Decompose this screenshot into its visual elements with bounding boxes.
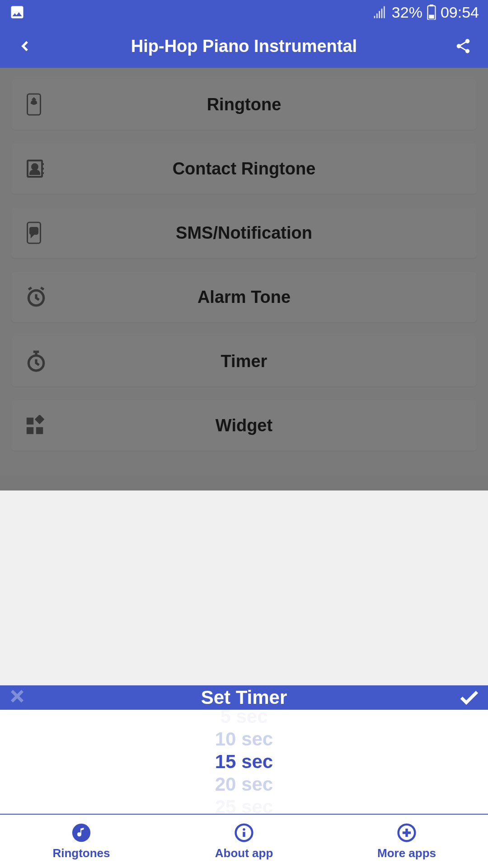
- nav-label: More apps: [377, 846, 436, 860]
- close-icon: [8, 687, 26, 705]
- image-icon: [9, 4, 25, 20]
- app-bar: Hip-Hop Piano Instrumental: [0, 24, 488, 68]
- option-contact-ringtone[interactable]: Contact Ringtone: [11, 143, 477, 194]
- nav-label: About app: [215, 846, 273, 860]
- timer-title: Set Timer: [31, 687, 457, 708]
- signal-icon: [373, 5, 387, 19]
- info-icon: [234, 823, 254, 843]
- option-label: Timer: [25, 352, 463, 371]
- option-widget[interactable]: Widget: [11, 400, 477, 451]
- status-left: [9, 4, 25, 20]
- confirm-button[interactable]: [457, 687, 480, 708]
- timer-picker[interactable]: 5 sec 10 sec 15 sec 20 sec 25 sec: [0, 710, 488, 814]
- option-label: Widget: [25, 416, 463, 435]
- option-label: SMS/Notification: [25, 223, 463, 243]
- back-button[interactable]: [14, 37, 36, 55]
- nav-about-app[interactable]: About app: [163, 815, 325, 868]
- timer-option[interactable]: 20 sec: [215, 773, 273, 796]
- nav-label: Ringtones: [52, 846, 110, 860]
- option-label: Alarm Tone: [25, 288, 463, 307]
- content-area: Ringtone Contact Ringtone: [0, 68, 488, 476]
- battery-percent: 32%: [392, 4, 422, 21]
- close-button[interactable]: [8, 685, 31, 710]
- option-sms-notification[interactable]: SMS/Notification: [11, 208, 477, 258]
- status-bar: 32% 09:54: [0, 0, 488, 24]
- page-title: Hip-Hop Piano Instrumental: [36, 37, 452, 56]
- timer-option[interactable]: 25 sec: [215, 796, 273, 814]
- option-ringtone[interactable]: Ringtone: [11, 79, 477, 130]
- share-button[interactable]: [452, 38, 474, 55]
- option-alarm-tone[interactable]: Alarm Tone: [11, 272, 477, 322]
- option-label: Contact Ringtone: [25, 159, 463, 179]
- option-timer[interactable]: Timer: [11, 336, 477, 387]
- music-note-icon: [71, 823, 91, 843]
- battery-icon: [427, 5, 436, 20]
- option-label: Ringtone: [25, 95, 463, 114]
- plus-icon: [397, 823, 417, 843]
- nav-more-apps[interactable]: More apps: [325, 815, 488, 868]
- svg-rect-2: [429, 15, 434, 19]
- timer-option-selected[interactable]: 15 sec: [215, 750, 273, 773]
- nav-ringtones[interactable]: Ringtones: [0, 815, 163, 868]
- share-icon: [455, 38, 472, 55]
- status-time: 09:54: [441, 4, 479, 21]
- bottom-nav: Ringtones About app More apps: [0, 814, 488, 868]
- timer-option[interactable]: 10 sec: [215, 728, 273, 750]
- svg-rect-1: [430, 5, 434, 6]
- chevron-left-icon: [16, 37, 34, 55]
- timer-option[interactable]: 5 sec: [220, 710, 267, 728]
- check-icon: [458, 687, 480, 708]
- status-right: 32% 09:54: [373, 4, 479, 21]
- svg-point-23: [243, 828, 245, 830]
- timer-header: Set Timer: [0, 685, 488, 710]
- timer-sheet: Set Timer 5 sec 10 sec 15 sec 20 sec 25 …: [0, 685, 488, 814]
